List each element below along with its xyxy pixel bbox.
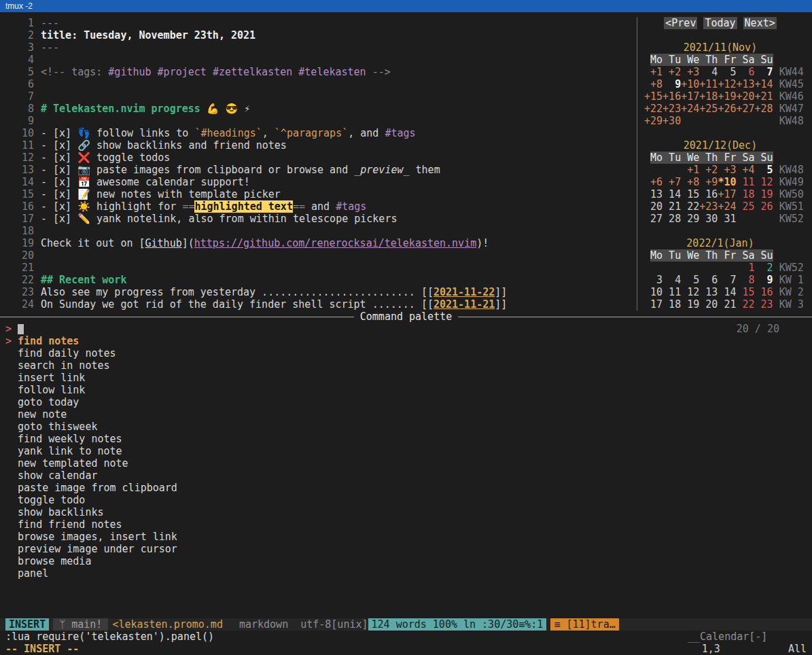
palette-item[interactable]: search in notes [0, 359, 812, 372]
palette-item[interactable]: preview image under cursor [0, 543, 812, 555]
calendar-day[interactable]: 9 [663, 78, 681, 90]
calendar-day[interactable]: +24 [681, 103, 699, 115]
palette-item[interactable]: find friend notes [0, 518, 812, 531]
editor-line[interactable]: 2title: Tuesday, November 23th, 2021 [5, 29, 637, 41]
calendar-day[interactable]: +22 [644, 103, 663, 115]
calendar-day[interactable]: +19 [718, 90, 736, 103]
calendar-day[interactable]: 18 [663, 298, 681, 311]
calendar-day[interactable]: 7 [718, 274, 736, 286]
calendar-day[interactable]: 4 [663, 274, 681, 286]
editor-line[interactable]: 14- [x] 📅 awesome calendar support! [5, 176, 637, 188]
calendar-day[interactable]: +24 [718, 200, 736, 213]
calendar-day[interactable]: +30 [663, 115, 681, 127]
calendar-day[interactable]: +27 [736, 103, 754, 115]
calendar-day[interactable]: 23 [755, 298, 773, 311]
editor-line[interactable]: 13- [x] 📷 paste images from clipboard or… [5, 164, 637, 176]
calendar-day[interactable]: +10 [681, 78, 699, 90]
calendar-day[interactable]: +3 [718, 164, 736, 176]
palette-item[interactable]: panel [0, 567, 812, 580]
calendar-day[interactable]: +15 [644, 90, 663, 103]
calendar-day[interactable]: +14 [755, 78, 773, 90]
calendar-day[interactable]: +21 [755, 90, 773, 103]
calendar-day[interactable]: 11 [663, 286, 681, 298]
calendar-day[interactable]: 21 [663, 200, 681, 213]
calendar-day[interactable]: 7 [755, 66, 773, 78]
calendar-day[interactable]: +23 [699, 200, 718, 213]
palette-item[interactable]: follow link [0, 384, 812, 396]
palette-item[interactable]: paste image from clipboard [0, 482, 812, 494]
calendar-day[interactable]: 21 [718, 298, 736, 311]
editor-line[interactable]: 24On Sunday we got rid of the daily find… [5, 298, 637, 311]
editor-line[interactable]: 5<!-- tags: #github #project #zettelkast… [5, 66, 637, 78]
calendar-day[interactable]: 18 [736, 188, 754, 200]
calendar-day[interactable]: 12 [755, 176, 773, 188]
calendar-day[interactable]: 10 [644, 286, 663, 298]
calendar-day[interactable]: 30 [699, 213, 718, 225]
editor-line[interactable]: 22## Recent work [5, 274, 637, 286]
palette-item[interactable]: browse images, insert link [0, 531, 812, 543]
palette-prompt-row[interactable]: > 20 / 20 [0, 323, 812, 335]
palette-item[interactable]: > find notes [0, 335, 812, 347]
command-line[interactable]: :lua require('telekasten').panel() [0, 631, 812, 643]
palette-item[interactable]: insert link [0, 372, 812, 384]
calendar-day[interactable]: 3 [644, 274, 663, 286]
editor-line[interactable]: 8# Telekasten.nvim progress 💪 😎 ⚡ [5, 103, 637, 115]
calendar-day[interactable]: +18 [699, 90, 718, 103]
calendar-day[interactable]: 9 [755, 274, 773, 286]
editor-line[interactable]: 6 [5, 78, 637, 90]
editor-line[interactable]: 12- [x] ❌ toggle todos [5, 152, 637, 164]
calendar-day[interactable]: 11 [736, 176, 754, 188]
calendar-day[interactable]: 16 [699, 188, 718, 200]
calendar-day[interactable]: 19 [755, 188, 773, 200]
calendar-day[interactable]: +13 [736, 78, 754, 90]
calendar-day[interactable]: 13 [699, 286, 718, 298]
calendar-day[interactable]: 5 [681, 274, 699, 286]
calendar-day[interactable]: 17 [644, 298, 663, 311]
calendar-day[interactable]: +2 [699, 164, 718, 176]
calendar-day[interactable]: 20 [644, 200, 663, 213]
editor-line[interactable]: 18 [5, 225, 637, 237]
calendar-day[interactable]: +16 [663, 90, 681, 103]
calendar-day[interactable]: +11 [699, 78, 718, 90]
calendar-day[interactable]: +23 [663, 103, 681, 115]
editor-line[interactable]: 9 [5, 115, 637, 127]
calendar-day[interactable]: +29 [644, 115, 663, 127]
calendar-day[interactable]: 4 [699, 66, 718, 78]
calendar-day[interactable]: +8 [681, 176, 699, 188]
palette-item[interactable]: show calendar [0, 470, 812, 482]
palette-item[interactable]: toggle todo [0, 494, 812, 506]
calendar-day[interactable]: 13 [644, 188, 663, 200]
calendar-day[interactable]: 22 [681, 200, 699, 213]
calendar-day[interactable]: +26 [718, 103, 736, 115]
palette-item[interactable]: browse media [0, 555, 812, 567]
palette-item[interactable]: show backlinks [0, 506, 812, 518]
editor-line[interactable]: 17- [x] ✏️ yank notelink, also from with… [5, 213, 637, 225]
calendar-day[interactable]: 16 [755, 286, 773, 298]
calendar-day[interactable]: 27 [644, 213, 663, 225]
editor-line[interactable]: 7 [5, 90, 637, 103]
editor-line[interactable]: 15- [x] 📝 new notes with template picker [5, 188, 637, 200]
calendar-day[interactable]: 14 [718, 286, 736, 298]
calendar-day[interactable]: +17 [718, 188, 736, 200]
calendar-day[interactable]: 15 [681, 188, 699, 200]
calendar-day[interactable]: 12 [681, 286, 699, 298]
calendar-day[interactable]: +7 [663, 176, 681, 188]
calendar-day[interactable]: +1 [681, 164, 699, 176]
calendar-day[interactable]: 26 [755, 200, 773, 213]
calendar-day[interactable]: +25 [699, 103, 718, 115]
calendar-day[interactable]: 1 [736, 262, 754, 274]
calendar-day[interactable]: 5 [755, 164, 773, 176]
calendar-day[interactable]: +8 [644, 78, 663, 90]
editor-line[interactable]: 16- [x] ☀️ highlight for ==highlighted t… [5, 200, 637, 213]
calendar-day[interactable]: 29 [681, 213, 699, 225]
calendar-day[interactable]: 2 [755, 262, 773, 274]
editor-line[interactable]: 4 [5, 54, 637, 66]
calendar-day[interactable]: +3 [681, 66, 699, 78]
calendar-day[interactable]: 6 [736, 66, 754, 78]
editor-line[interactable]: 21 [5, 262, 637, 274]
calendar-day[interactable]: +6 [644, 176, 663, 188]
calendar-day[interactable]: +1 [644, 66, 663, 78]
editor-line[interactable]: 11- [x] 🔗 show backlinks and friend note… [5, 139, 637, 152]
calendar-prev-button[interactable]: <Prev [664, 17, 697, 29]
calendar-day[interactable]: 6 [699, 274, 718, 286]
